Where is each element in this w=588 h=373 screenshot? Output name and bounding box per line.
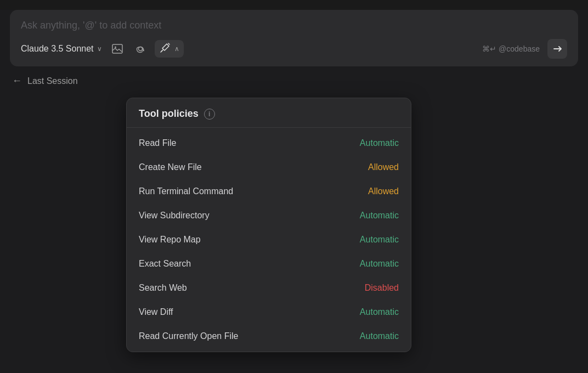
policy-row[interactable]: View DiffAutomatic [127, 300, 411, 324]
svg-point-3 [161, 50, 162, 52]
policy-name: Create New File [139, 162, 202, 172]
popup-header: Tool policies i [127, 98, 411, 128]
toolbar-left: Claude 3.5 Sonnet ∨ [21, 40, 184, 58]
kbd-shortcut: ⌘↵ @codebase [482, 44, 540, 53]
shortcut-text: ⌘↵ [482, 44, 496, 53]
model-selector[interactable]: Claude 3.5 Sonnet ∨ [21, 44, 102, 54]
policy-row[interactable]: Exact SearchAutomatic [127, 252, 411, 276]
popup-title: Tool policies [139, 108, 199, 120]
policy-name: Search Web [139, 283, 187, 293]
toolbar-right: ⌘↵ @codebase [482, 39, 567, 59]
policy-name: Run Terminal Command [139, 187, 233, 196]
tool-policies-popup: Tool policies i Read FileAutomaticCreate… [126, 98, 411, 352]
policy-row[interactable]: Search WebDisabled [127, 276, 411, 300]
policy-status: Automatic [360, 138, 399, 148]
info-icon[interactable]: i [204, 109, 215, 120]
policy-status: Allowed [368, 162, 399, 172]
model-label: Claude 3.5 Sonnet [21, 44, 94, 54]
back-arrow-icon[interactable]: ← [12, 75, 22, 87]
main-container: Ask anything, '@' to add context Claude … [0, 10, 588, 373]
policy-row[interactable]: Read FileAutomatic [127, 131, 411, 155]
policy-status: Automatic [360, 211, 399, 221]
info-icon-label: i [208, 110, 210, 118]
image-button[interactable] [109, 40, 126, 58]
policy-row[interactable]: Create New FileAllowed [127, 155, 411, 179]
chevron-down-icon: ∨ [97, 45, 102, 53]
policy-name: Read Currently Open File [139, 331, 238, 341]
policy-row[interactable]: Run Terminal CommandAllowed [127, 179, 411, 204]
policy-name: Exact Search [139, 259, 191, 269]
chevron-up-icon: ∧ [174, 45, 179, 53]
policy-name: View Diff [139, 307, 173, 317]
policy-row[interactable]: Read Currently Open FileAutomatic [127, 324, 411, 348]
tools-button[interactable]: ∧ [155, 40, 184, 58]
policy-status: Automatic [360, 331, 399, 341]
policy-status: Automatic [360, 235, 399, 245]
at-button[interactable] [132, 40, 149, 58]
policy-status: Automatic [360, 307, 399, 317]
policy-row[interactable]: View Repo MapAutomatic [127, 228, 411, 252]
back-nav: ← Last Session [0, 66, 588, 95]
policy-status: Automatic [360, 259, 399, 269]
back-nav-label: Last Session [27, 76, 78, 86]
input-placeholder[interactable]: Ask anything, '@' to add context [21, 20, 567, 31]
policy-status: Disabled [365, 283, 399, 293]
policy-name: View Repo Map [139, 235, 201, 245]
policy-list: Read FileAutomaticCreate New FileAllowed… [127, 128, 411, 352]
tools-icon [159, 42, 171, 56]
policy-row[interactable]: View SubdirectoryAutomatic [127, 204, 411, 228]
toolbar-icons: ∧ [109, 40, 184, 58]
codebase-label: @codebase [499, 44, 540, 53]
svg-point-1 [115, 47, 116, 48]
input-area: Ask anything, '@' to add context Claude … [10, 10, 578, 66]
policy-status: Allowed [368, 187, 399, 196]
toolbar-row: Claude 3.5 Sonnet ∨ [21, 39, 567, 59]
submit-button[interactable] [547, 39, 567, 59]
policy-name: View Subdirectory [139, 211, 210, 221]
policy-name: Read File [139, 138, 176, 148]
